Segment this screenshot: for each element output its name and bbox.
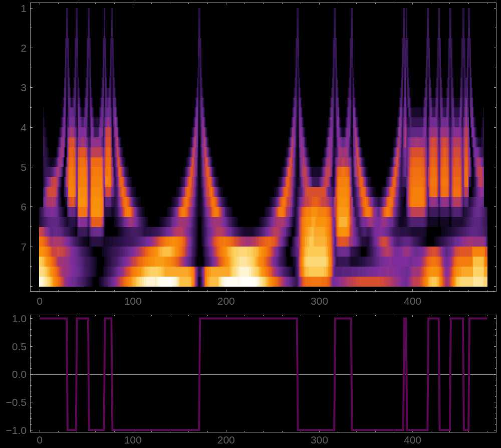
svg-text:300: 300: [311, 295, 328, 307]
svg-text:1.0: 1.0: [12, 313, 27, 324]
svg-text:4: 4: [21, 122, 27, 133]
svg-text:0.0: 0.0: [12, 368, 27, 380]
svg-text:400: 400: [404, 434, 421, 445]
svg-text:2: 2: [21, 42, 27, 54]
svg-text:1: 1: [21, 3, 27, 14]
svg-text:100: 100: [124, 434, 142, 445]
svg-text:5: 5: [21, 161, 27, 173]
svg-text:200: 200: [217, 295, 235, 307]
svg-text:200: 200: [217, 434, 235, 445]
svg-text:300: 300: [311, 434, 328, 445]
svg-text:6: 6: [21, 201, 27, 212]
svg-text:0: 0: [37, 295, 43, 307]
svg-text:−0.5: −0.5: [6, 396, 27, 408]
svg-text:7: 7: [21, 241, 27, 253]
svg-text:400: 400: [404, 295, 421, 307]
svg-text:0: 0: [37, 434, 43, 445]
svg-text:−1.0: −1.0: [6, 424, 27, 436]
svg-text:100: 100: [124, 295, 142, 307]
svg-text:0.5: 0.5: [12, 341, 27, 352]
svg-text:3: 3: [21, 82, 27, 93]
